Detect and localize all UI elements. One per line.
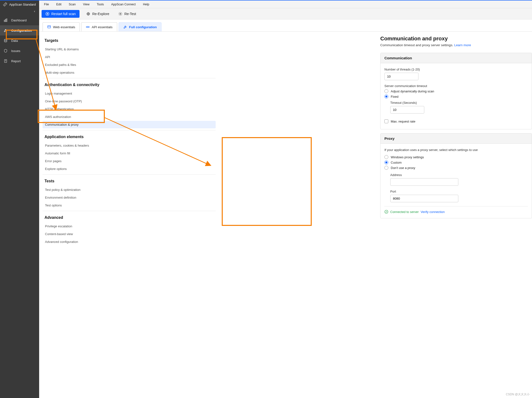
tree-starting-url[interactable]: Starting URL & domains (43, 45, 216, 53)
svg-point-22 (385, 210, 388, 213)
section-advanced: Advanced (43, 213, 216, 222)
section-targets: Targets (43, 36, 216, 45)
tree-contentview[interactable]: Content-based view (43, 230, 216, 238)
tab-api-essentials[interactable]: API essentials (81, 22, 117, 31)
timeout-label: Server communication timeout (384, 84, 528, 88)
sidebar-item-configuration[interactable]: Configuration (0, 25, 39, 35)
radio-windows-label: Windows proxy settings (391, 155, 424, 159)
tree-comm-proxy[interactable]: Communication & proxy (43, 121, 216, 128)
proxy-desc: If your application uses a proxy server,… (384, 148, 528, 152)
tree-testopts[interactable]: Test options (43, 202, 216, 209)
sidebar-item-label: Configuration (11, 29, 32, 32)
max-rate-label: Max. request rate (391, 120, 415, 123)
check-circle-icon (384, 210, 388, 214)
address-label: Address (390, 173, 528, 177)
radio-noproxy-label: Don't use a proxy (391, 166, 415, 170)
report-icon (3, 59, 8, 63)
tree-privesc[interactable]: Privilege escalation (43, 222, 216, 230)
page-subtitle: Communication timeout and proxy server s… (380, 43, 532, 47)
tree-exploreopts[interactable]: Explore options (43, 165, 216, 173)
menu-tools[interactable]: Tools (93, 1, 107, 8)
radio-dynamic-label: Adjust dynamically during scan (391, 89, 434, 93)
menu-scan[interactable]: Scan (65, 1, 79, 8)
tree-api[interactable]: API (43, 53, 216, 61)
svg-rect-3 (6, 19, 7, 22)
learn-more-link[interactable]: Learn more (454, 43, 471, 47)
radio-windows-proxy[interactable] (384, 155, 388, 159)
svg-point-11 (88, 13, 89, 14)
menu-appscan-connect[interactable]: AppScan Connect (108, 1, 139, 8)
config-tree: Targets Starting URL & domains API Exclu… (39, 32, 219, 398)
tree-testpolicy[interactable]: Test policy & optimization (43, 186, 216, 194)
sidebar-collapse[interactable] (0, 8, 39, 15)
config-detail: Communication and proxy Communication ti… (380, 32, 532, 398)
sidebar-item-data[interactable]: Data (0, 35, 39, 46)
menu-view[interactable]: View (80, 1, 93, 8)
radio-no-proxy[interactable] (384, 166, 388, 170)
sidebar-item-label: Data (11, 39, 18, 43)
refresh-gear-icon (118, 12, 122, 16)
tree-envdef[interactable]: Environment definition (43, 194, 216, 201)
wrench-icon (3, 28, 8, 33)
radio-fixed[interactable] (384, 95, 388, 98)
threads-label: Number of threads (1-20) (384, 68, 528, 71)
play-icon (45, 12, 49, 16)
verify-connection-link[interactable]: Verify connection (421, 210, 445, 214)
re-explore-button[interactable]: Re-Explore (84, 10, 112, 18)
port-input[interactable] (390, 195, 458, 202)
tree-login-mgmt[interactable]: Login management (43, 90, 216, 97)
tree-advconfig[interactable]: Advanced configuration (43, 238, 216, 246)
svg-point-19 (87, 26, 89, 27)
svg-rect-1 (4, 20, 5, 22)
svg-point-21 (89, 27, 89, 27)
timeout-seconds-label: Timeout (Seconds) (390, 101, 528, 105)
port-label: Port (390, 190, 528, 193)
menu-edit[interactable]: Edit (53, 1, 65, 8)
svg-point-16 (120, 13, 121, 14)
sidebar-item-label: Report (11, 59, 21, 63)
tree-excluded-paths[interactable]: Excluded paths & files (43, 61, 216, 69)
svg-rect-2 (5, 19, 6, 22)
restart-full-scan-button[interactable]: Restart full scan (42, 10, 80, 18)
tab-web-essentials[interactable]: Web essentials (43, 22, 80, 31)
max-rate-checkbox[interactable] (384, 119, 388, 123)
config-tabs: Web essentials API essentials Full confi… (39, 19, 532, 32)
sidebar-item-label: Dashboard (11, 18, 27, 22)
dashboard-icon (3, 18, 8, 22)
radio-custom-proxy[interactable] (384, 160, 388, 164)
menu-help[interactable]: Help (140, 1, 153, 8)
svg-point-10 (87, 12, 90, 15)
sidebar-item-report[interactable]: Report (0, 56, 39, 66)
sidebar: AppScan Standard Dashboard Configuration… (0, 0, 39, 398)
tree-http-auth[interactable]: HTTP authentication (43, 105, 216, 113)
menu-file[interactable]: File (41, 1, 52, 8)
radio-custom-label: Custom (391, 161, 402, 164)
svg-point-20 (86, 27, 87, 27)
menubar: File Edit Scan View Tools AppScan Connec… (39, 0, 532, 8)
address-input[interactable] (390, 178, 458, 186)
connected-text: Connected to server (390, 210, 419, 214)
api-icon (86, 25, 90, 29)
tree-multistep[interactable]: Multi-step operations (43, 69, 216, 76)
section-auth: Authentication & connectivity (43, 81, 216, 89)
communication-panel-header: Communication (381, 53, 532, 63)
re-test-button[interactable]: Re-Test (116, 10, 138, 18)
communication-panel: Communication Number of threads (1-20) S… (380, 53, 532, 129)
radio-dynamic[interactable] (384, 89, 388, 93)
sidebar-item-dashboard[interactable]: Dashboard (0, 15, 39, 25)
svg-point-4 (4, 39, 7, 40)
tree-otp[interactable]: One-time password (OTP) (43, 97, 216, 105)
app-logo-icon (3, 2, 7, 7)
tree-aws-auth[interactable]: AWS authorization (43, 113, 216, 121)
sidebar-item-issues[interactable]: Issues (0, 46, 39, 56)
tab-full-configuration[interactable]: Full configuration (119, 22, 161, 31)
svg-point-0 (4, 3, 6, 5)
proxy-panel-header: Proxy (381, 133, 532, 144)
toolbar: Restart full scan Re-Explore Re-Test (39, 8, 532, 19)
web-icon (47, 25, 51, 29)
tree-errorpages[interactable]: Error pages (43, 157, 216, 165)
threads-input[interactable] (384, 73, 418, 80)
tree-formfill[interactable]: Automatic form fill (43, 150, 216, 157)
tree-params[interactable]: Parameters, cookies & headers (43, 142, 216, 149)
timeout-seconds-input[interactable] (390, 106, 424, 114)
